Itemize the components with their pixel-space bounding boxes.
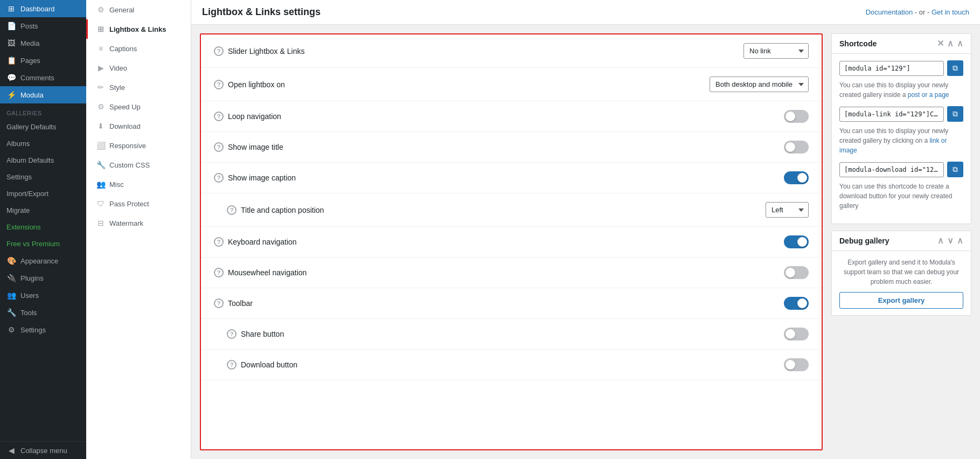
copy-button-3[interactable]: ⧉ xyxy=(947,162,963,177)
get-in-touch-link[interactable]: Get in touch xyxy=(932,8,969,16)
media-icon: 🖼 xyxy=(6,39,16,47)
help-icon-loop-navigation[interactable]: ? xyxy=(214,112,224,121)
sidebar-item-import-export[interactable]: Import/Export xyxy=(0,185,86,202)
secondary-item-misc[interactable]: 👥 Misc xyxy=(86,175,191,194)
sidebar-item-media[interactable]: 🖼 Media xyxy=(0,34,86,52)
sidebar-item-plugins[interactable]: 🔌 Plugins xyxy=(0,269,86,287)
responsive-icon: ⬜ xyxy=(96,141,105,150)
setting-label-slider-lightbox: ? Slider Lightbox & Links xyxy=(214,46,735,56)
toggle-toolbar[interactable] xyxy=(784,297,809,310)
secondary-item-style[interactable]: ✏ Style xyxy=(86,78,191,97)
secondary-item-download[interactable]: ⬇ Download xyxy=(86,116,191,136)
setting-row-open-lightbox: ? Open lightbox on Both desktop and mobi… xyxy=(201,68,822,101)
secondary-item-captions[interactable]: ≡ Captions xyxy=(86,39,191,58)
sidebar-item-albums[interactable]: Albums xyxy=(0,135,86,152)
plugins-icon: 🔌 xyxy=(6,274,16,282)
help-icon-download-button[interactable]: ? xyxy=(227,360,237,370)
shortcode-field-1: ⧉ xyxy=(839,60,963,76)
debug-gallery-desc: Export gallery and send it to Modula's s… xyxy=(839,258,963,287)
setting-row-show-image-title: ? Show image title xyxy=(201,132,822,163)
help-icon-show-image-caption[interactable]: ? xyxy=(214,173,224,183)
secondary-item-video[interactable]: ▶ Video xyxy=(86,58,191,78)
secondary-item-speed-up[interactable]: ⚙ Speed Up xyxy=(86,97,191,116)
title-caption-position-select[interactable]: Left Center Right xyxy=(766,202,809,218)
toggle-mousewheel-navigation[interactable] xyxy=(784,266,809,279)
debug-gallery-body: Export gallery and send it to Modula's s… xyxy=(832,251,971,315)
help-icon-show-image-title[interactable]: ? xyxy=(214,142,224,152)
help-icon-open-lightbox[interactable]: ? xyxy=(214,80,224,89)
sidebar-item-pages[interactable]: 📋 Pages xyxy=(0,52,86,69)
toggle-show-image-caption[interactable] xyxy=(784,171,809,184)
setting-label-keyboard-navigation: ? Keyboard navigation xyxy=(214,237,775,247)
setting-row-share-button: ? Share button xyxy=(201,319,822,350)
debug-expand-icon[interactable]: ∧ xyxy=(957,237,963,245)
secondary-item-custom-css[interactable]: 🔧 Custom CSS xyxy=(86,155,191,175)
sidebar-item-modula[interactable]: ⚡ Modula xyxy=(0,86,86,103)
appearance-icon: 🎨 xyxy=(6,256,16,265)
close-icon[interactable]: ✕ xyxy=(937,39,944,48)
setting-row-title-caption-position: ? Title and caption position Left Center… xyxy=(201,193,822,227)
open-lightbox-select[interactable]: Both desktop and mobile Desktop only Mob… xyxy=(710,76,809,92)
slider-lightbox-select[interactable]: No link Open lightbox Open URL xyxy=(743,43,809,59)
sidebar-item-album-defaults[interactable]: Album Defaults xyxy=(0,152,86,169)
help-icon-mousewheel-navigation[interactable]: ? xyxy=(214,268,224,277)
secondary-item-lightbox-links[interactable]: ⊞ Lightbox & Links xyxy=(86,19,191,39)
help-icon-share-button[interactable]: ? xyxy=(227,329,237,339)
documentation-link[interactable]: Documentation xyxy=(866,8,913,16)
help-icon-toolbar[interactable]: ? xyxy=(214,298,224,308)
debug-chevron-down-icon[interactable]: ∨ xyxy=(947,237,954,245)
copy-button-2[interactable]: ⧉ xyxy=(947,106,963,122)
shortcode-input-3[interactable] xyxy=(839,162,944,177)
export-gallery-button[interactable]: Export gallery xyxy=(839,292,963,309)
secondary-item-pass-protect[interactable]: 🛡 Pass Protect xyxy=(86,194,191,213)
post-or-page-link[interactable]: post or a page xyxy=(908,91,949,99)
toggle-download-button[interactable] xyxy=(784,358,809,371)
sidebar-item-collapse[interactable]: ◀ Collapse menu xyxy=(0,441,86,459)
sidebar-item-gallery-defaults[interactable]: Gallery Defaults xyxy=(0,119,86,135)
watermark-icon: ⊟ xyxy=(96,219,105,227)
help-icon-keyboard-navigation[interactable]: ? xyxy=(214,237,224,247)
setting-label-open-lightbox: ? Open lightbox on xyxy=(214,80,701,89)
toggle-keyboard-navigation[interactable] xyxy=(784,235,809,248)
toggle-show-image-title[interactable] xyxy=(784,141,809,154)
sidebar-item-posts[interactable]: 📄 Posts xyxy=(0,17,86,34)
sidebar-item-extensions[interactable]: Extensions xyxy=(0,219,86,235)
shortcode-widget: Shortcode ✕ ∧ ∧ ⧉ You can use this to di… xyxy=(831,33,971,224)
shortcode-input-2[interactable] xyxy=(839,107,944,122)
expand-icon[interactable]: ∧ xyxy=(957,39,963,48)
toggle-loop-navigation[interactable] xyxy=(784,110,809,123)
sidebar-item-settings2[interactable]: ⚙ Settings xyxy=(0,321,86,338)
chevron-up-icon[interactable]: ∧ xyxy=(947,39,954,48)
shortcode-widget-icons: ✕ ∧ ∧ xyxy=(937,39,963,48)
help-icon-slider-lightbox[interactable]: ? xyxy=(214,46,224,56)
sidebar-item-settings[interactable]: Settings xyxy=(0,169,86,185)
toggle-share-button[interactable] xyxy=(784,328,809,340)
modula-icon: ⚡ xyxy=(6,91,16,99)
shortcode-widget-title: Shortcode xyxy=(839,39,877,48)
debug-chevron-up-icon[interactable]: ∧ xyxy=(937,237,944,245)
admin-sidebar: ⊞ Dashboard 📄 Posts 🖼 Media 📋 Pages 💬 Co… xyxy=(0,0,86,459)
secondary-item-general[interactable]: ⚙ General xyxy=(86,0,191,19)
shortcode-input-1[interactable] xyxy=(839,61,944,76)
secondary-sidebar: ⚙ General ⊞ Lightbox & Links ≡ Captions … xyxy=(86,0,191,459)
secondary-item-responsive[interactable]: ⬜ Responsive xyxy=(86,136,191,155)
copy-button-1[interactable]: ⧉ xyxy=(947,60,963,76)
sidebar-item-tools[interactable]: 🔧 Tools xyxy=(0,304,86,321)
comments-icon: 💬 xyxy=(6,73,16,82)
sidebar-item-appearance[interactable]: 🎨 Appearance xyxy=(0,252,86,269)
sidebar-item-migrate[interactable]: Migrate xyxy=(0,202,86,219)
sidebar-item-comments[interactable]: 💬 Comments xyxy=(0,69,86,86)
setting-row-download-button: ? Download button xyxy=(201,350,822,380)
help-icon-title-caption-position[interactable]: ? xyxy=(227,205,237,215)
shortcode-desc-1: You can use this to display your newly c… xyxy=(839,80,963,100)
sidebar-item-dashboard[interactable]: ⊞ Dashboard xyxy=(0,0,86,17)
sidebar-item-users[interactable]: 👥 Users xyxy=(0,287,86,304)
secondary-item-watermark[interactable]: ⊟ Watermark xyxy=(86,213,191,233)
pass-protect-icon: 🛡 xyxy=(96,199,105,208)
collapse-icon: ◀ xyxy=(6,446,16,455)
content-body: ? Slider Lightbox & Links No link Open l… xyxy=(191,25,980,459)
style-icon: ✏ xyxy=(96,83,105,92)
sidebar-item-free-vs-premium[interactable]: Free vs Premium xyxy=(0,235,86,252)
setting-control-toolbar xyxy=(784,297,809,310)
link-or-image-link[interactable]: link or image xyxy=(839,137,947,154)
